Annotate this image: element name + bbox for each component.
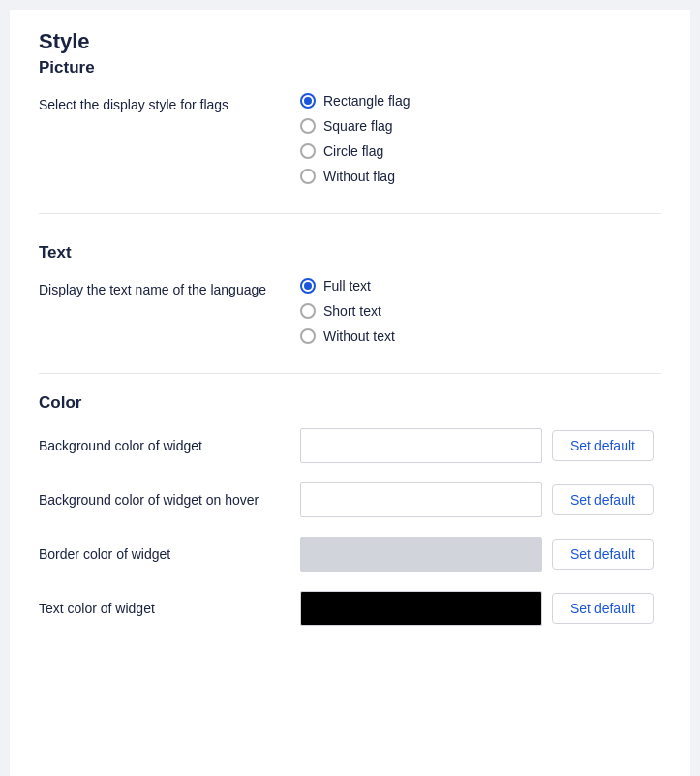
radio-square[interactable]: Square flag [300, 118, 411, 134]
text-label: Display the text name of the language [39, 278, 300, 300]
bg-hover-color-input[interactable] [300, 482, 542, 517]
text-subtitle: Text [39, 243, 661, 263]
bg-color-controls: Set default [300, 428, 654, 463]
radio-square-input[interactable] [300, 118, 316, 134]
bg-color-row: Background color of widget Set default [39, 428, 661, 463]
radio-circle-label: Circle flag [323, 143, 383, 159]
radio-rectangle-input[interactable] [300, 93, 316, 109]
radio-circle-input[interactable] [300, 143, 316, 159]
radio-rectangle[interactable]: Rectangle flag [300, 93, 411, 109]
border-color-row: Border color of widget Set default [39, 537, 661, 572]
radio-without-flag[interactable]: Without flag [300, 169, 411, 184]
color-section: Color Background color of widget Set def… [39, 393, 661, 626]
border-set-default-button[interactable]: Set default [552, 539, 654, 570]
border-color-controls: Set default [300, 537, 654, 572]
text-color-controls: Set default [300, 591, 654, 626]
settings-panel: Style Picture Select the display style f… [10, 10, 690, 776]
picture-label: Select the display style for flags [39, 93, 300, 115]
divider-text-color [39, 373, 661, 374]
border-color-input[interactable] [300, 537, 542, 572]
radio-rectangle-label: Rectangle flag [323, 93, 411, 109]
radio-full-text[interactable]: Full text [300, 278, 395, 294]
bg-color-label: Background color of widget [39, 436, 300, 456]
text-color-input[interactable] [300, 591, 542, 626]
radio-without-flag-label: Without flag [323, 169, 395, 184]
border-color-label: Border color of widget [39, 544, 300, 565]
text-row: Display the text name of the language Fu… [39, 278, 661, 344]
radio-without-text[interactable]: Without text [300, 328, 395, 344]
radio-without-flag-input[interactable] [300, 169, 316, 184]
picture-options: Rectangle flag Square flag Circle flag W… [300, 93, 411, 184]
main-title: Style [39, 29, 661, 54]
color-subtitle: Color [39, 393, 661, 413]
bg-color-input[interactable] [300, 428, 542, 463]
radio-without-text-label: Without text [323, 328, 395, 344]
radio-short-text-label: Short text [323, 303, 381, 319]
radio-square-label: Square flag [323, 118, 393, 134]
radio-full-text-label: Full text [323, 278, 371, 294]
radio-full-text-input[interactable] [300, 278, 316, 294]
text-color-label: Text color of widget [39, 599, 300, 619]
bg-hover-set-default-button[interactable]: Set default [552, 484, 654, 515]
text-options: Full text Short text Without text [300, 278, 395, 344]
radio-short-text[interactable]: Short text [300, 303, 395, 319]
text-section: Text Display the text name of the langua… [39, 243, 661, 344]
picture-subtitle: Picture [39, 58, 661, 78]
text-color-row: Text color of widget Set default [39, 591, 661, 626]
divider-picture-text [39, 213, 661, 214]
radio-without-text-input[interactable] [300, 328, 316, 344]
bg-hover-color-label: Background color of widget on hover [39, 490, 300, 511]
bg-set-default-button[interactable]: Set default [552, 430, 654, 461]
picture-row: Select the display style for flags Recta… [39, 93, 661, 184]
text-set-default-button[interactable]: Set default [552, 593, 654, 624]
bg-hover-color-row: Background color of widget on hover Set … [39, 482, 661, 517]
radio-short-text-input[interactable] [300, 303, 316, 319]
radio-circle[interactable]: Circle flag [300, 143, 411, 159]
bg-hover-color-controls: Set default [300, 482, 654, 517]
